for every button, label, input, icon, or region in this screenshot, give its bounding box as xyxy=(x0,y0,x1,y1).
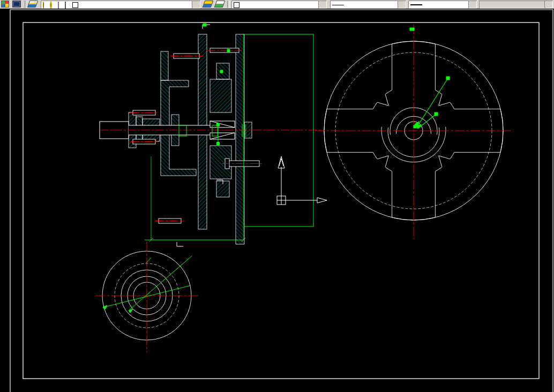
color-select[interactable] xyxy=(231,1,327,9)
screen-icon[interactable] xyxy=(12,1,23,8)
ucs-icon xyxy=(277,156,327,205)
chevron-down-icon[interactable] xyxy=(318,1,326,8)
chevron-down-icon[interactable] xyxy=(192,1,200,8)
selected-leaders[interactable] xyxy=(410,28,450,129)
make-object-layer-current-icon[interactable] xyxy=(204,1,214,8)
grid-icon[interactable] xyxy=(1,1,12,8)
sun-icon[interactable] xyxy=(50,2,51,8)
bulb-icon[interactable] xyxy=(43,2,44,8)
chevron-down-icon xyxy=(544,1,552,8)
drawing-canvas[interactable] xyxy=(0,9,554,392)
linetype-sample xyxy=(332,5,344,5)
front-view[interactable] xyxy=(315,25,513,239)
chevron-down-icon[interactable] xyxy=(468,1,476,8)
toolbar xyxy=(0,0,554,9)
printer-icon[interactable] xyxy=(65,2,66,8)
toolbar-separator xyxy=(227,1,230,8)
lineweight-select[interactable] xyxy=(408,1,477,9)
flange-view[interactable] xyxy=(95,242,199,352)
section-view[interactable] xyxy=(100,25,321,246)
layers-icon[interactable] xyxy=(28,1,39,8)
layer-select[interactable] xyxy=(41,1,200,9)
layer-previous-icon[interactable] xyxy=(215,1,226,8)
chevron-down-icon[interactable] xyxy=(398,1,406,8)
linetype-select[interactable] xyxy=(330,1,406,9)
lineweight-sample xyxy=(410,4,422,5)
lock-icon[interactable] xyxy=(58,2,59,8)
plotstyle-select xyxy=(479,1,553,9)
